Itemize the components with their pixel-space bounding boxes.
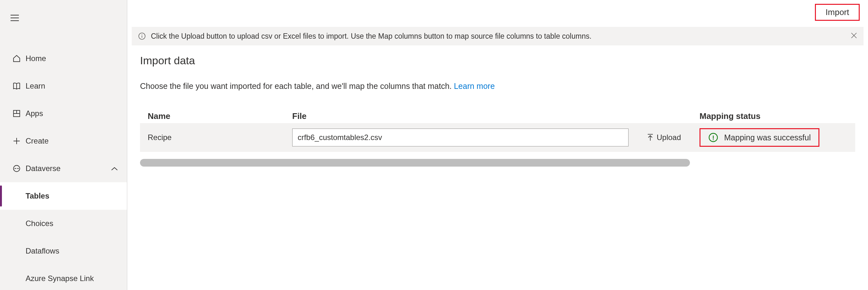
nav-item-learn[interactable]: Learn	[0, 72, 127, 100]
nav-sub-label: Azure Synapse Link	[26, 274, 94, 283]
nav-sub-azure-synapse-link[interactable]: Azure Synapse Link	[0, 265, 127, 290]
import-button-label: Import	[826, 7, 849, 17]
row-name: Recipe	[148, 133, 292, 142]
nav-item-apps[interactable]: Apps	[0, 100, 127, 127]
nav-sub-label: Dataflows	[26, 247, 59, 255]
nav: Home Learn Apps	[0, 45, 127, 290]
subtitle-text: Choose the file you want imported for ea…	[140, 82, 454, 91]
nav-sub-choices[interactable]: Choices	[0, 210, 127, 237]
content: Import data Choose the file you want imp…	[140, 54, 855, 167]
nav-label: Create	[26, 136, 49, 146]
mapping-status: Mapping was successful	[700, 128, 819, 147]
nav-label: Apps	[26, 109, 43, 118]
info-bar-text: Click the Upload button to upload csv or…	[151, 32, 591, 41]
column-status: Mapping status	[700, 111, 855, 121]
nav-item-create[interactable]: Create	[0, 127, 127, 155]
info-icon	[138, 32, 146, 40]
info-bar: Click the Upload button to upload csv or…	[132, 27, 864, 45]
row-status-cell: Mapping was successful	[700, 128, 855, 147]
status-text: Mapping was successful	[724, 133, 811, 142]
nav-sub-tables[interactable]: Tables	[0, 182, 127, 210]
page-subtitle: Choose the file you want imported for ea…	[140, 82, 855, 91]
dataverse-icon	[9, 164, 24, 173]
main: Import Click the Upload button to upload…	[127, 0, 868, 290]
upload-button[interactable]: Upload	[628, 133, 700, 142]
svg-point-19	[713, 139, 714, 140]
nav-sub-label: Choices	[26, 219, 53, 228]
hamburger-button[interactable]	[8, 11, 21, 24]
nav-label: Dataverse	[26, 164, 60, 173]
page-title: Import data	[140, 54, 855, 67]
chevron-up-icon	[111, 164, 118, 173]
plus-icon	[9, 137, 24, 145]
row-file-cell	[292, 129, 628, 147]
svg-point-12	[142, 34, 142, 35]
success-icon	[708, 132, 718, 142]
apps-icon	[9, 109, 24, 118]
hamburger-icon	[10, 15, 19, 21]
file-input[interactable]	[292, 129, 628, 147]
nav-label: Home	[26, 54, 46, 63]
upload-icon	[647, 134, 653, 141]
table-header: Name File Mapping status	[140, 111, 855, 123]
upload-label: Upload	[657, 133, 681, 142]
table-row: Recipe Upload Map	[140, 123, 855, 152]
sidebar: Home Learn Apps	[0, 0, 127, 290]
import-button[interactable]: Import	[815, 4, 860, 21]
book-icon	[9, 82, 24, 90]
nav-sub-dataflows[interactable]: Dataflows	[0, 237, 127, 265]
nav-item-dataverse[interactable]: Dataverse	[0, 155, 127, 182]
nav-sub-label: Tables	[26, 192, 49, 200]
learn-more-link[interactable]: Learn more	[454, 82, 495, 91]
column-name: Name	[148, 111, 292, 121]
close-button[interactable]	[851, 32, 857, 41]
close-icon	[851, 32, 857, 39]
column-file: File	[292, 111, 700, 121]
home-icon	[9, 54, 24, 63]
scrollbar-horizontal[interactable]	[140, 159, 690, 167]
nav-label: Learn	[26, 82, 45, 91]
nav-item-home[interactable]: Home	[0, 45, 127, 72]
